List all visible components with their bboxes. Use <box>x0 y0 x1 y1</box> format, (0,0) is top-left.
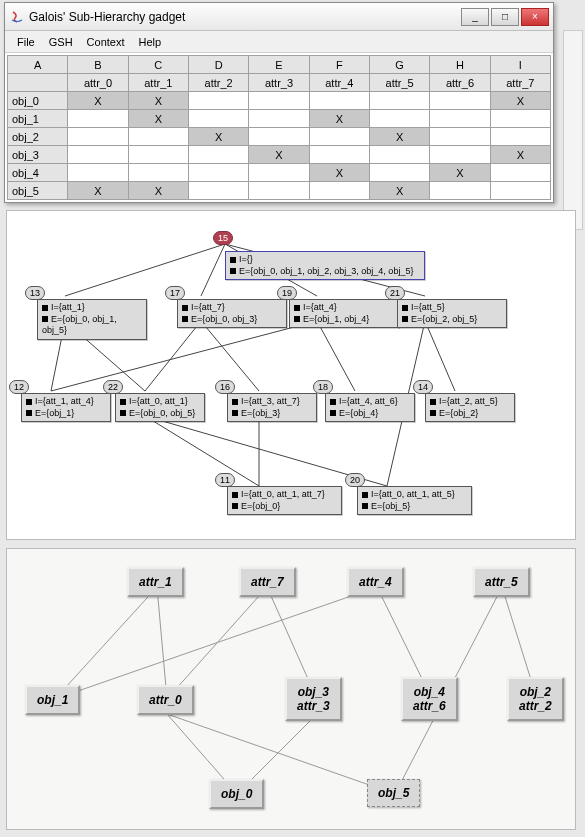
menu-context[interactable]: Context <box>81 34 131 50</box>
attr-head[interactable]: attr_7 <box>490 74 550 92</box>
context-cell[interactable]: X <box>188 128 248 146</box>
graph-obj-selected[interactable]: obj_5 <box>367 779 420 807</box>
attr-head[interactable]: attr_6 <box>430 74 490 92</box>
node-id[interactable]: 11 <box>215 473 235 487</box>
lattice-node-root[interactable]: I={} E={obj_0, obj_1, obj_2, obj_3, obj_… <box>225 251 425 280</box>
lattice-node[interactable]: I={att_0, att_1, att_7}E={obj_0} <box>227 486 342 515</box>
col-head[interactable]: C <box>128 56 188 74</box>
table-row[interactable]: obj_1XX <box>8 110 551 128</box>
context-cell[interactable] <box>188 146 248 164</box>
maximize-button[interactable]: □ <box>491 8 519 26</box>
table-row[interactable]: obj_2XX <box>8 128 551 146</box>
row-head[interactable]: obj_0 <box>8 92 68 110</box>
context-cell[interactable] <box>430 182 490 200</box>
context-cell[interactable]: X <box>309 164 369 182</box>
context-cell[interactable] <box>309 182 369 200</box>
context-cell[interactable]: X <box>68 182 128 200</box>
context-cell[interactable] <box>68 110 128 128</box>
context-cell[interactable] <box>249 92 309 110</box>
lattice-node[interactable]: I={att_1}E={obj_0, obj_1, obj_5} <box>37 299 147 340</box>
node-id-root[interactable]: 15 <box>213 231 233 245</box>
col-head[interactable]: A <box>8 56 68 74</box>
lattice-node[interactable]: I={att_3, att_7}E={obj_3} <box>227 393 317 422</box>
minimize-button[interactable]: _ <box>461 8 489 26</box>
attr-head[interactable]: attr_4 <box>309 74 369 92</box>
context-cell[interactable]: X <box>490 146 550 164</box>
close-button[interactable]: × <box>521 8 549 26</box>
node-id[interactable]: 20 <box>345 473 365 487</box>
context-cell[interactable] <box>430 110 490 128</box>
concept-graph[interactable]: attr_1 attr_7 attr_4 attr_5 obj_1 attr_0… <box>6 548 576 830</box>
context-cell[interactable] <box>369 92 429 110</box>
row-head[interactable]: obj_1 <box>8 110 68 128</box>
context-cell[interactable] <box>430 146 490 164</box>
lattice-node[interactable]: I={att_2, att_5}E={obj_2} <box>425 393 515 422</box>
context-cell[interactable] <box>128 164 188 182</box>
context-cell[interactable] <box>309 92 369 110</box>
context-cell[interactable]: X <box>68 92 128 110</box>
node-id[interactable]: 14 <box>413 380 433 394</box>
context-cell[interactable] <box>188 182 248 200</box>
context-cell[interactable] <box>490 128 550 146</box>
table-row[interactable]: obj_5XXX <box>8 182 551 200</box>
context-cell[interactable]: X <box>490 92 550 110</box>
context-cell[interactable] <box>249 182 309 200</box>
context-cell[interactable] <box>369 164 429 182</box>
graph-attr[interactable]: attr_4 <box>347 567 404 597</box>
col-head[interactable]: G <box>369 56 429 74</box>
node-id[interactable]: 22 <box>103 380 123 394</box>
lattice-node[interactable]: I={att_4, att_6}E={obj_4} <box>325 393 415 422</box>
node-id[interactable]: 19 <box>277 286 297 300</box>
titlebar[interactable]: Galois' Sub-Hierarchy gadget _ □ × <box>5 3 553 31</box>
context-cell[interactable] <box>490 182 550 200</box>
context-cell[interactable] <box>369 146 429 164</box>
row-head[interactable]: obj_3 <box>8 146 68 164</box>
context-cell[interactable] <box>188 164 248 182</box>
context-cell[interactable] <box>490 164 550 182</box>
attr-head[interactable]: attr_0 <box>68 74 128 92</box>
col-head[interactable]: I <box>490 56 550 74</box>
attr-head[interactable]: attr_3 <box>249 74 309 92</box>
node-id[interactable]: 21 <box>385 286 405 300</box>
lattice-node[interactable]: I={att_0, att_1}E={obj_0, obj_5} <box>115 393 205 422</box>
graph-attr[interactable]: attr_7 <box>239 567 296 597</box>
context-cell[interactable]: X <box>128 110 188 128</box>
table-row[interactable]: obj_0XXX <box>8 92 551 110</box>
col-head[interactable]: F <box>309 56 369 74</box>
lattice-diagram[interactable]: 15 I={} E={obj_0, obj_1, obj_2, obj_3, o… <box>6 210 576 540</box>
graph-mixed[interactable]: obj_4 attr_6 <box>401 677 458 721</box>
graph-attr[interactable]: attr_0 <box>137 685 194 715</box>
attr-head[interactable]: attr_2 <box>188 74 248 92</box>
graph-obj[interactable]: obj_1 <box>25 685 80 715</box>
context-cell[interactable] <box>249 164 309 182</box>
context-cell[interactable]: X <box>309 110 369 128</box>
context-cell[interactable] <box>128 128 188 146</box>
menu-help[interactable]: Help <box>133 34 168 50</box>
context-cell[interactable]: X <box>430 164 490 182</box>
node-id[interactable]: 12 <box>9 380 29 394</box>
row-head[interactable]: obj_4 <box>8 164 68 182</box>
context-cell[interactable] <box>68 164 128 182</box>
context-cell[interactable] <box>430 92 490 110</box>
lattice-node[interactable]: I={att_5}E={obj_2, obj_5} <box>397 299 507 328</box>
context-cell[interactable] <box>490 110 550 128</box>
menu-file[interactable]: File <box>11 34 41 50</box>
col-head[interactable]: D <box>188 56 248 74</box>
context-cell[interactable] <box>309 146 369 164</box>
attr-head[interactable]: attr_1 <box>128 74 188 92</box>
graph-attr[interactable]: attr_1 <box>127 567 184 597</box>
graph-mixed[interactable]: obj_2 attr_2 <box>507 677 564 721</box>
graph-attr[interactable]: attr_5 <box>473 567 530 597</box>
lattice-node[interactable]: I={att_0, att_1, att_5}E={obj_5} <box>357 486 472 515</box>
node-id[interactable]: 16 <box>215 380 235 394</box>
context-cell[interactable] <box>68 128 128 146</box>
context-cell[interactable] <box>249 110 309 128</box>
context-cell[interactable] <box>249 128 309 146</box>
node-id[interactable]: 13 <box>25 286 45 300</box>
col-head[interactable]: B <box>68 56 128 74</box>
row-head[interactable]: obj_2 <box>8 128 68 146</box>
table-row[interactable]: obj_3XX <box>8 146 551 164</box>
context-cell[interactable] <box>188 110 248 128</box>
context-cell[interactable] <box>309 128 369 146</box>
table-row[interactable]: obj_4XX <box>8 164 551 182</box>
